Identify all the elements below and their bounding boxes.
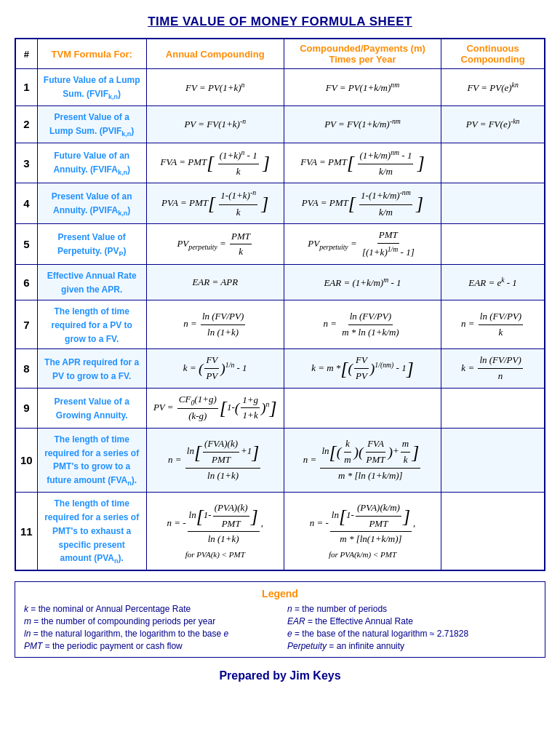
row-num: 2 [15,105,37,143]
row-num: 10 [15,428,37,492]
table-row: 7 The length of time required for a PV t… [15,300,545,348]
formula-table: # TVM Formula For: Annual Compounding Co… [15,38,545,571]
legend-item: ln = the natural logarithm, the logarith… [24,629,273,639]
table-row: 4 Present Value of an Annuity. (PVIFAk,n… [15,183,545,224]
formula-continuous: FV = PV(e)kn [441,69,545,106]
formula-annual: PVperpetuity = PMT k [146,224,284,265]
prepared-by: Prepared by Jim Keys [15,669,545,682]
formula-continuous: k = ln (FV/PV) n [441,349,545,389]
formula-continuous: EAR = ek - 1 [441,265,545,300]
row-num: 4 [15,183,37,224]
formula-annual: FV = PV(1+k)n [146,69,284,106]
legend-section: Legend k = the nominal or Annual Percent… [15,581,545,658]
formula-compound: n = ln[(km)(FVAPMT)+mk] m * [ln (1+k/m)] [284,428,441,492]
row-desc: Present Value of an Annuity. (PVIFAk,n) [37,183,146,224]
formula-continuous: PV = FV(e)-kn [441,105,545,143]
header-desc: TVM Formula For: [37,39,146,69]
formula-continuous [441,428,545,492]
row-desc: The length of time required for a series… [37,428,146,492]
row-desc: The length of time required for a PV to … [37,300,146,348]
row-desc: Present Value of a Lump Sum. (PVIFk,n) [37,105,146,143]
formula-annual: PV = FV(1+k)-n [146,105,284,143]
formula-continuous [441,143,545,183]
legend-item: n = the number of periods [287,604,536,614]
row-desc: Present Value of Perpetuity. (PVP) [37,224,146,265]
formula-annual: n = ln (FV/PV) ln (1+k) [146,300,284,348]
header-continuous: Continuous Compounding [441,39,545,69]
row-num: 8 [15,349,37,389]
table-row: 11 The length of time required for a ser… [15,493,545,571]
legend-item: m = the number of compounding periods pe… [24,616,273,626]
table-row: 1 Future Value of a Lump Sum. (FVIFk,n) … [15,69,545,106]
row-desc: Effective Annual Rate given the APR. [37,265,146,300]
formula-compound: EAR = (1+k/m)m - 1 [284,265,441,300]
header-compound: Compounded/Payments (m) Times per Year [284,39,441,69]
legend-item: Perpetuity = an infinite annuity [287,641,536,651]
formula-compound: n = ln (FV/PV) m * ln (1+k/m) [284,300,441,348]
header-num: # [15,39,37,69]
table-row: 3 Future Value of an Annuity. (FVIFAk,n)… [15,143,545,183]
row-num: 1 [15,69,37,106]
row-desc: The length of time required for a series… [37,493,146,571]
table-row: 10 The length of time required for a ser… [15,428,545,492]
formula-continuous [441,224,545,265]
formula-annual: PV = CF0(1+g) (k-g) [1-( 1+g 1+k )n] [146,388,284,428]
formula-continuous [441,388,545,428]
formula-compound: k = m *[( FV PV )1/(nm) - 1] [284,349,441,389]
formula-compound: FVA = PMT[ (1+k/m)nm - 1 k/m ] [284,143,441,183]
table-row: 8 The APR required for a PV to grow to a… [15,349,545,389]
formula-annual: n = ln[(FVA)(k)PMT+1] ln (1+k) [146,428,284,492]
formula-compound: n = - ln[1-(PVA)(k/m)PMT] m * [ln(1+k/m)… [284,493,441,571]
formula-compound: FV = PV(1+k/m)nm [284,69,441,106]
row-desc: Present Value of a Growing Annuity. [37,388,146,428]
row-num: 7 [15,300,37,348]
formula-compound [284,388,441,428]
formula-continuous [441,183,545,224]
row-num: 3 [15,143,37,183]
formula-annual: EAR = APR [146,265,284,300]
row-num: 11 [15,493,37,571]
row-num: 5 [15,224,37,265]
legend-grid: k = the nominal or Annual Percentage Rat… [24,604,536,651]
table-row: 9 Present Value of a Growing Annuity. PV… [15,388,545,428]
header-annual: Annual Compounding [146,39,284,69]
legend-title: Legend [24,588,536,599]
row-num: 9 [15,388,37,428]
row-desc: The APR required for a PV to grow to a F… [37,349,146,389]
formula-compound: PV = FV(1+k/m)-nm [284,105,441,143]
table-row: 2 Present Value of a Lump Sum. (PVIFk,n)… [15,105,545,143]
legend-item: EAR = the Effective Annual Rate [287,616,536,626]
legend-item: PMT = the periodic payment or cash flow [24,641,273,651]
formula-compound: PVA = PMT[ 1-(1+k/m)-nm k/m ] [284,183,441,224]
legend-item: e = the base of the natural logarithm ≈ … [287,629,536,639]
legend-item: k = the nominal or Annual Percentage Rat… [24,604,273,614]
table-row: 6 Effective Annual Rate given the APR. E… [15,265,545,300]
row-num: 6 [15,265,37,300]
table-row: 5 Present Value of Perpetuity. (PVP) PVp… [15,224,545,265]
formula-continuous [441,493,545,571]
formula-continuous: n = ln (FV/PV) k [441,300,545,348]
page-title: TIME VALUE OF MONEY FORMULA SHEET [15,15,545,29]
formula-annual: FVA = PMT[ (1+k)n - 1 k ] [146,143,284,183]
formula-annual: PVA = PMT[ 1-(1+k)-n k ] [146,183,284,224]
row-desc: Future Value of an Annuity. (FVIFAk,n) [37,143,146,183]
formula-annual: n = - ln[1-(PVA)(k)PMT] ln (1+k) , for P… [146,493,284,571]
row-desc: Future Value of a Lump Sum. (FVIFk,n) [37,69,146,106]
formula-annual: k = ( FV PV )1/n - 1 [146,349,284,389]
formula-compound: PVperpetuity = PMT [(1+k)1/m - 1] [284,224,441,265]
